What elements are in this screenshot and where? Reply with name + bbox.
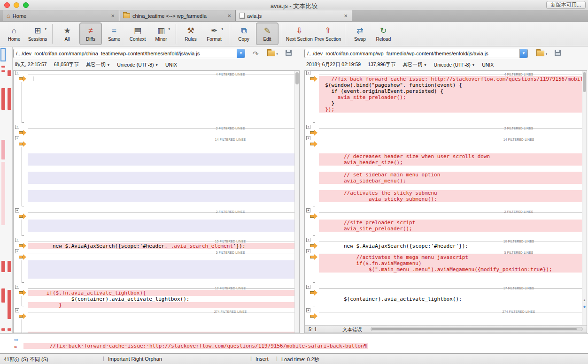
filtered-separator[interactable]: 274 FILTERED LINES: [28, 308, 294, 313]
code-line[interactable]: [28, 141, 294, 147]
code-line[interactable]: [28, 94, 294, 100]
code-line[interactable]: new $.AviaAjaxSearch({scope:'#header, .a…: [28, 243, 294, 249]
diff-section-arrow-icon[interactable]: [310, 291, 314, 294]
toolbar-button-home[interactable]: ⌂Home: [3, 23, 25, 45]
code-line[interactable]: [28, 260, 294, 266]
code-line[interactable]: [28, 88, 294, 94]
code-line[interactable]: [28, 220, 294, 226]
code-line[interactable]: [28, 202, 294, 208]
diff-section-arrow-icon[interactable]: [19, 77, 23, 80]
diff-section-arrow-icon[interactable]: [310, 256, 314, 258]
overview-viewport[interactable]: [0, 48, 6, 61]
code-line[interactable]: [28, 119, 294, 125]
rule-dropdown[interactable]: 其它一切▼: [86, 61, 110, 68]
code-line[interactable]: // set sidebar main menu option: [319, 172, 582, 178]
diff-section-arrow-icon[interactable]: [19, 291, 23, 294]
expand-fold-button[interactable]: +: [15, 136, 19, 140]
diff-section-arrow-icon[interactable]: [310, 215, 314, 218]
code-line[interactable]: [28, 190, 294, 196]
code-line[interactable]: [319, 130, 582, 136]
expand-fold-button[interactable]: +: [15, 208, 19, 212]
filtered-separator[interactable]: 2 FILTERED LINES: [28, 125, 294, 130]
filtered-separator[interactable]: 5 FILTERED LINES: [319, 249, 582, 254]
code-line[interactable]: [319, 302, 582, 308]
code-line[interactable]: [28, 232, 294, 238]
code-line[interactable]: //site preloader script: [319, 220, 582, 226]
toolbar-button-same[interactable]: =Same: [103, 23, 125, 45]
code-line[interactable]: $(".main_menu .menu").aviaMegamenu({modi…: [319, 266, 582, 273]
code-line[interactable]: }: [28, 302, 294, 308]
diff-section-arrow-icon[interactable]: [310, 244, 314, 247]
expand-fold-button[interactable]: +: [306, 71, 310, 75]
filtered-separator[interactable]: 14 FILTERED LINES: [28, 136, 294, 141]
update-available-button[interactable]: 新版本可用...: [546, 1, 586, 9]
filtered-separator[interactable]: 2 FILTERED LINES: [319, 125, 582, 130]
expand-fold-button[interactable]: +: [15, 249, 19, 253]
code-line[interactable]: if (event.originalEvent.persisted) {: [319, 88, 582, 94]
expand-fold-button[interactable]: +: [15, 238, 19, 242]
filtered-separator[interactable]: 274 FILTERED LINES: [319, 308, 582, 313]
toolbar-button-diffs[interactable]: ≠Diffs: [79, 23, 102, 45]
left-path-input[interactable]: /.../dev_root/crifan.com/mamp/china_teat…: [13, 49, 245, 58]
code-line[interactable]: [28, 76, 294, 82]
code-line[interactable]: [28, 178, 294, 184]
diff-section-arrow-icon[interactable]: [310, 131, 314, 134]
code-line[interactable]: if($.fn.avia_activate_lightbox){: [28, 290, 294, 296]
code-line[interactable]: $(window).bind("pageshow", function(even…: [319, 82, 582, 88]
code-line[interactable]: [28, 82, 294, 88]
filtered-separator[interactable]: 10 FILTERED LINES: [28, 238, 294, 243]
encoding-dropdown[interactable]: Unicode (UTF-8)▼: [117, 62, 158, 68]
code-line[interactable]: [28, 147, 294, 153]
expand-fold-button[interactable]: +: [306, 238, 310, 242]
code-line[interactable]: [319, 166, 582, 172]
overview-diff-mark[interactable]: [8, 328, 11, 331]
tab-china-teatime-wp-farmedia[interactable]: china_teatime <--> wp_farmedia×: [119, 10, 236, 21]
expand-fold-button[interactable]: +: [15, 71, 19, 75]
overview-diff-mark[interactable]: [8, 70, 11, 76]
toolbar-button-format[interactable]: ✒▾Format: [203, 23, 225, 45]
toolbar-button-edit[interactable]: ✎Edit: [256, 23, 279, 45]
code-line[interactable]: [319, 202, 582, 208]
code-line[interactable]: avia_header_size();: [319, 159, 582, 166]
code-line[interactable]: [319, 232, 582, 238]
expand-fold-button[interactable]: +: [306, 308, 310, 312]
filtered-separator[interactable]: 14 FILTERED LINES: [319, 136, 582, 141]
code-line[interactable]: //activates the mega menu javascript: [319, 254, 582, 260]
toolbar-button-all[interactable]: ★All: [56, 23, 78, 45]
code-line[interactable]: //fix back forward cache issue: http://s…: [319, 76, 582, 82]
close-icon[interactable]: ×: [226, 13, 232, 19]
right-current-line-text[interactable]: //fix·back·forward·cache·issue:·http://s…: [23, 343, 368, 349]
diff-section-arrow-icon[interactable]: [19, 244, 23, 247]
filtered-separator[interactable]: 5 FILTERED LINES: [28, 249, 294, 254]
save-file-button[interactable]: [286, 49, 292, 58]
overview-diff-mark[interactable]: [1, 328, 5, 331]
toolbar-button-copy[interactable]: ⧉Copy: [232, 23, 255, 45]
code-line[interactable]: avia_site_preloader();: [319, 226, 582, 232]
path-history-dropdown[interactable]: ▼: [519, 49, 527, 58]
overview-diff-mark[interactable]: [1, 88, 5, 110]
code-line[interactable]: [319, 184, 582, 190]
code-line[interactable]: [28, 100, 294, 106]
code-line[interactable]: //: [28, 332, 294, 333]
code-line[interactable]: [28, 226, 294, 232]
expand-fold-button[interactable]: +: [15, 125, 19, 129]
diff-section-arrow-icon[interactable]: [19, 256, 23, 258]
right-path-input[interactable]: /.../dev_root/crifan.com/mamp/wp_farmedi…: [304, 49, 528, 58]
overview-diff-mark[interactable]: [1, 288, 5, 303]
overview-diff-mark[interactable]: [1, 70, 5, 72]
code-line[interactable]: $(container).avia_activate_lightbox();: [319, 296, 582, 302]
diff-section-arrow-icon[interactable]: [19, 131, 23, 134]
scroll-bookmark-icon[interactable]: ◆: [582, 305, 587, 308]
close-icon[interactable]: ×: [110, 13, 116, 19]
overview-diff-mark[interactable]: [1, 162, 5, 225]
filtered-separator[interactable]: 2 FILTERED LINES: [319, 208, 582, 213]
overview-strip[interactable]: [0, 47, 13, 333]
code-line[interactable]: [28, 166, 294, 172]
rule-dropdown[interactable]: 其它一切▼: [402, 61, 426, 68]
code-line[interactable]: [28, 266, 294, 273]
scroll-marker-icon[interactable]: ▲: [582, 298, 587, 302]
code-line[interactable]: });: [319, 106, 582, 113]
code-line[interactable]: [28, 184, 294, 190]
overview-diff-mark[interactable]: [1, 140, 5, 159]
expand-fold-button[interactable]: +: [306, 125, 310, 129]
